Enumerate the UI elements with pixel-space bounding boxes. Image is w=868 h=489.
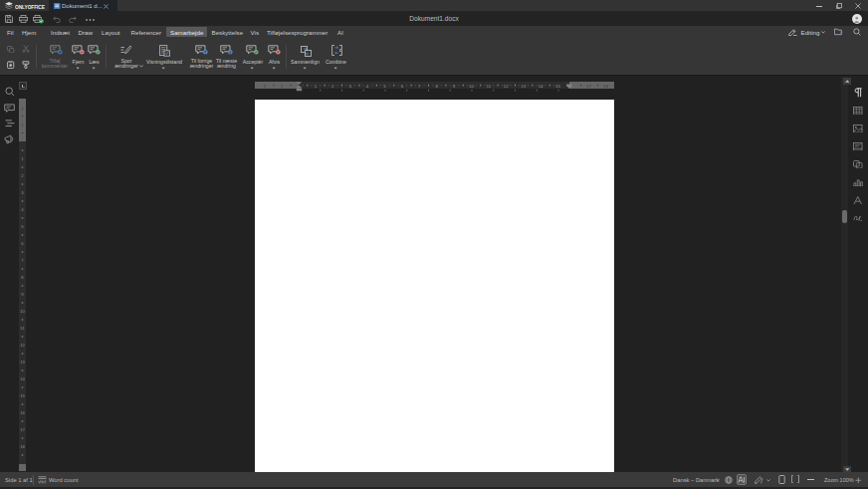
svg-text:5: 5	[383, 84, 386, 89]
svg-text:7: 7	[418, 84, 421, 89]
svg-text:18: 18	[603, 84, 608, 89]
svg-text:5: 5	[21, 224, 24, 229]
svg-text:12: 12	[504, 84, 509, 89]
svg-text:9: 9	[453, 84, 456, 89]
svg-text:6: 6	[401, 84, 404, 89]
svg-text:3: 3	[348, 84, 351, 89]
svg-text:2: 2	[264, 84, 267, 89]
svg-text:1: 1	[21, 156, 24, 161]
svg-text:1: 1	[315, 84, 318, 89]
svg-text:16: 16	[20, 410, 25, 415]
svg-text:1: 1	[281, 84, 284, 89]
svg-text:17: 17	[586, 84, 591, 89]
svg-text:14: 14	[539, 84, 543, 89]
svg-text:10: 10	[20, 309, 25, 314]
svg-text:7: 7	[21, 258, 24, 263]
svg-text:9: 9	[21, 292, 24, 297]
svg-text:13: 13	[20, 360, 25, 365]
svg-text:17: 17	[20, 427, 25, 432]
svg-text:15: 15	[555, 84, 560, 89]
svg-text:2: 2	[21, 173, 24, 178]
svg-text:11: 11	[20, 326, 25, 331]
svg-text:12: 12	[20, 343, 25, 348]
svg-text:2: 2	[331, 84, 334, 89]
svg-text:6: 6	[21, 241, 24, 246]
svg-text:18: 18	[20, 444, 25, 449]
svg-text:8: 8	[21, 275, 24, 280]
svg-text:11: 11	[487, 84, 492, 89]
svg-text:4: 4	[366, 84, 369, 89]
svg-text:10: 10	[469, 84, 474, 89]
svg-text:15: 15	[20, 393, 25, 398]
svg-text:4: 4	[21, 207, 24, 212]
svg-text:3: 3	[21, 190, 24, 195]
svg-text:13: 13	[521, 84, 526, 89]
svg-text:14: 14	[20, 376, 25, 381]
svg-text:1: 1	[21, 122, 24, 127]
svg-text:8: 8	[435, 84, 438, 89]
svg-text:2: 2	[21, 107, 24, 112]
